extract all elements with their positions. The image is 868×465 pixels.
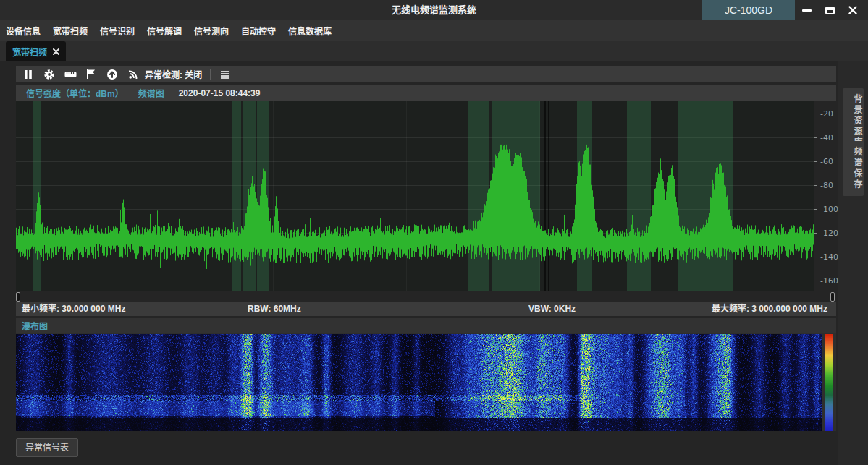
ytick: -100: [820, 205, 838, 214]
tab-strip: 宽带扫频: [0, 41, 868, 61]
upload-button[interactable]: [106, 68, 119, 81]
ruler-icon: [64, 70, 77, 79]
tab-wideband-scan[interactable]: 宽带扫频: [6, 41, 66, 61]
maximize-icon: [825, 7, 835, 14]
settings-button[interactable]: [43, 68, 56, 81]
vbw-value: VBW: 0KHz: [528, 302, 576, 316]
pause-icon: [24, 69, 33, 80]
device-model-badge: JC-100GD: [702, 0, 795, 20]
waterfall-colorbar: [825, 334, 833, 431]
ytick: -120: [820, 229, 838, 238]
ytick: -140: [820, 252, 838, 262]
measure-button[interactable]: [64, 68, 77, 81]
ytick: -40: [820, 133, 833, 142]
spectrum-plot[interactable]: [16, 101, 814, 291]
list-menu-button[interactable]: [219, 68, 232, 81]
close-icon: [848, 6, 857, 14]
upload-circle-icon: [106, 69, 118, 80]
anomaly-detection-toggle[interactable]: 异常检测: 关闭: [145, 68, 202, 80]
waterfall-header: 瀑布图: [16, 318, 836, 333]
menu-item-signal-demodulation[interactable]: 信号解调: [147, 25, 182, 37]
spectrum-header: 信号强度（单位：dBm） 频谱图 2020-07-15 08:44:39: [16, 85, 836, 101]
app-window: 无线电频谱监测系统 JC-100GD 设备信息 宽带扫频 信号识别 信号解调 信…: [0, 0, 868, 465]
spectrum-canvas: [16, 101, 814, 291]
tab-label: 宽带扫频: [12, 46, 47, 58]
anomaly-detect-button[interactable]: [127, 68, 140, 81]
close-button[interactable]: [843, 0, 863, 20]
maximize-button[interactable]: [819, 0, 840, 20]
minimize-button[interactable]: [796, 0, 817, 20]
title-bar: 无线电频谱监测系统 JC-100GD: [0, 0, 868, 20]
menu-bar: 设备信息 宽带扫频 信号识别 信号解调 信号测向 自动控守 信息数据库: [0, 20, 868, 41]
frequency-range-slider: [16, 292, 836, 302]
min-frequency-value: 最小频率: 30.000 000 MHz: [22, 302, 125, 316]
spectrum-subtitle: 频谱图: [138, 87, 164, 99]
ytick: -160: [820, 276, 838, 286]
gear-icon: [43, 69, 55, 80]
slider-handle-right[interactable]: [830, 292, 835, 302]
ytick: -60: [820, 157, 833, 166]
sidebar-button-spectrum-save[interactable]: 频谱保存: [843, 141, 864, 196]
anomaly-signal-table-button[interactable]: 异常信号表: [16, 438, 78, 457]
spectrum-title: 信号强度（单位：dBm）: [26, 87, 124, 99]
right-sidebar: 背景资源库 频谱保存: [838, 61, 868, 465]
ytick: -80: [820, 181, 833, 190]
spectrum-timestamp: 2020-07-15 08:44:39: [179, 88, 261, 98]
menu-item-auto-guard[interactable]: 自动控守: [241, 25, 276, 37]
minimize-icon: [802, 9, 812, 12]
ytick: -20: [820, 109, 833, 119]
toolbar-separator: [210, 69, 211, 80]
slider-handle-left[interactable]: [16, 292, 20, 302]
hamburger-icon: [220, 70, 230, 79]
signal-waves-icon: [127, 69, 139, 80]
toolbar: 异常检测: 关闭: [16, 66, 836, 82]
menu-item-device-info[interactable]: 设备信息: [6, 25, 41, 37]
waterfall-body: [16, 333, 836, 431]
flag-icon: [86, 69, 96, 80]
waterfall-title: 瀑布图: [22, 320, 48, 332]
waterfall-canvas[interactable]: [16, 334, 822, 431]
pause-button[interactable]: [22, 68, 35, 81]
tab-close-icon[interactable]: [53, 48, 59, 55]
status-bar: 最小频率: 30.000 000 MHz RBW: 60MHz VBW: 0KH…: [16, 302, 836, 316]
rbw-value: RBW: 60MHz: [248, 302, 301, 316]
menu-item-info-database[interactable]: 信息数据库: [288, 25, 332, 37]
menu-item-signal-recognition[interactable]: 信号识别: [100, 25, 135, 37]
menu-item-wideband-scan[interactable]: 宽带扫频: [53, 25, 88, 37]
marker-button[interactable]: [85, 68, 98, 81]
menu-item-signal-direction[interactable]: 信号测向: [194, 25, 229, 37]
max-frequency-value: 最大频率: 3 000.000 000 MHz: [712, 302, 827, 316]
